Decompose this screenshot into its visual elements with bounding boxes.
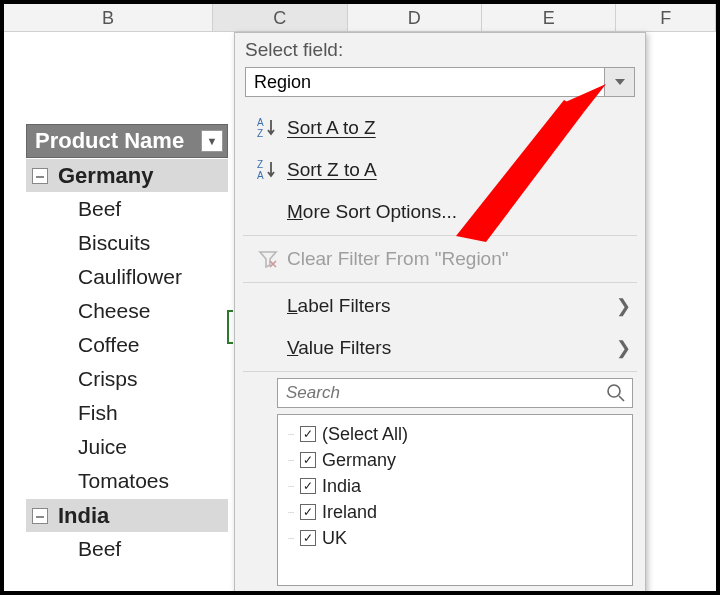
separator: [243, 282, 637, 283]
tree-connector-icon: ┈: [282, 455, 300, 466]
svg-text:Z: Z: [257, 159, 263, 170]
filter-option[interactable]: ┈ ✓ Ireland: [282, 499, 628, 525]
checkbox-checked-icon[interactable]: ✓: [300, 530, 316, 546]
pivot-header-label: Product Name: [35, 128, 184, 154]
column-header-row: B C D E F: [4, 4, 716, 32]
field-select-input[interactable]: [245, 67, 605, 97]
field-select-dropdown-button[interactable]: [605, 67, 635, 97]
list-item[interactable]: Beef: [26, 532, 228, 566]
separator: [243, 371, 637, 372]
clear-filter-item: Clear Filter From "Region": [235, 238, 645, 280]
filter-option-label: India: [322, 476, 361, 497]
column-header-D[interactable]: D: [348, 4, 482, 31]
chevron-right-icon: ❯: [616, 295, 631, 317]
select-field-label: Select field:: [235, 33, 645, 67]
checkbox-checked-icon[interactable]: ✓: [300, 504, 316, 520]
filter-menu: Select field: A Z Sort A to Z Z A Sort Z…: [234, 32, 646, 595]
filter-option-select-all[interactable]: ┈ ✓ (Select All): [282, 421, 628, 447]
filter-option[interactable]: ┈ ✓ Germany: [282, 447, 628, 473]
value-filters-item[interactable]: Value Filters ❯: [235, 327, 645, 369]
filter-option-label: Ireland: [322, 502, 377, 523]
filter-option-label: (Select All): [322, 424, 408, 445]
list-item[interactable]: Cheese: [26, 294, 228, 328]
chevron-right-icon: ❯: [616, 337, 631, 359]
checkbox-checked-icon[interactable]: ✓: [300, 478, 316, 494]
pivot-header-row: Product Name ▼: [26, 124, 228, 158]
list-item[interactable]: Cauliflower: [26, 260, 228, 294]
label-filters-label: Label Filters: [287, 295, 616, 317]
search-icon: [605, 382, 627, 404]
pivot-filter-button[interactable]: ▼: [201, 130, 223, 152]
list-item[interactable]: Juice: [26, 430, 228, 464]
chevron-down-icon: [615, 79, 625, 85]
filter-search[interactable]: [277, 378, 633, 408]
filter-option[interactable]: ┈ ✓ India: [282, 473, 628, 499]
filter-option-label: Germany: [322, 450, 396, 471]
svg-text:A: A: [257, 170, 264, 181]
filter-search-input[interactable]: [277, 378, 633, 408]
more-sort-label: More Sort Options...: [287, 201, 631, 223]
column-header-E[interactable]: E: [482, 4, 616, 31]
checkbox-checked-icon[interactable]: ✓: [300, 452, 316, 468]
group-row-india[interactable]: India: [26, 498, 228, 532]
column-header-C[interactable]: C: [213, 4, 347, 31]
sort-az-item[interactable]: A Z Sort A to Z: [235, 107, 645, 149]
active-cell-indicator: [227, 310, 233, 344]
svg-point-4: [608, 385, 620, 397]
more-sort-options-item[interactable]: More Sort Options...: [235, 191, 645, 233]
group-label: Germany: [58, 163, 153, 189]
svg-text:Z: Z: [257, 128, 263, 139]
group-label: India: [58, 503, 109, 529]
filter-option[interactable]: ┈ ✓ UK: [282, 525, 628, 551]
column-header-B[interactable]: B: [4, 4, 213, 31]
checkbox-checked-icon[interactable]: ✓: [300, 426, 316, 442]
separator: [243, 235, 637, 236]
list-item[interactable]: Fish: [26, 396, 228, 430]
tree-connector-icon: ┈: [282, 533, 300, 544]
sort-za-label: Sort Z to A: [287, 159, 631, 181]
tree-connector-icon: ┈: [282, 429, 300, 440]
sort-za-icon: Z A: [249, 157, 287, 183]
label-filters-item[interactable]: Label Filters ❯: [235, 285, 645, 327]
list-item[interactable]: Biscuits: [26, 226, 228, 260]
sort-az-label: Sort A to Z: [287, 117, 631, 139]
list-item[interactable]: Tomatoes: [26, 464, 228, 498]
tree-connector-icon: ┈: [282, 507, 300, 518]
field-select[interactable]: [245, 67, 635, 97]
list-item[interactable]: Coffee: [26, 328, 228, 362]
filter-items-list[interactable]: ┈ ✓ (Select All) ┈ ✓ Germany ┈ ✓ India ┈…: [277, 414, 633, 586]
tree-connector-icon: ┈: [282, 481, 300, 492]
sort-za-item[interactable]: Z A Sort Z to A: [235, 149, 645, 191]
list-item[interactable]: Beef: [26, 192, 228, 226]
clear-filter-label: Clear Filter From "Region": [287, 248, 631, 270]
column-header-F[interactable]: F: [616, 4, 716, 31]
group-row-germany[interactable]: Germany: [26, 158, 228, 192]
collapse-icon[interactable]: [32, 508, 48, 524]
value-filters-label: Value Filters: [287, 337, 616, 359]
sort-az-icon: A Z: [249, 115, 287, 141]
pivot-table: Product Name ▼ Germany Beef Biscuits Cau…: [26, 124, 228, 566]
list-item[interactable]: Crisps: [26, 362, 228, 396]
svg-text:A: A: [257, 117, 264, 128]
filter-option-label: UK: [322, 528, 347, 549]
clear-filter-icon: [249, 248, 287, 270]
collapse-icon[interactable]: [32, 168, 48, 184]
